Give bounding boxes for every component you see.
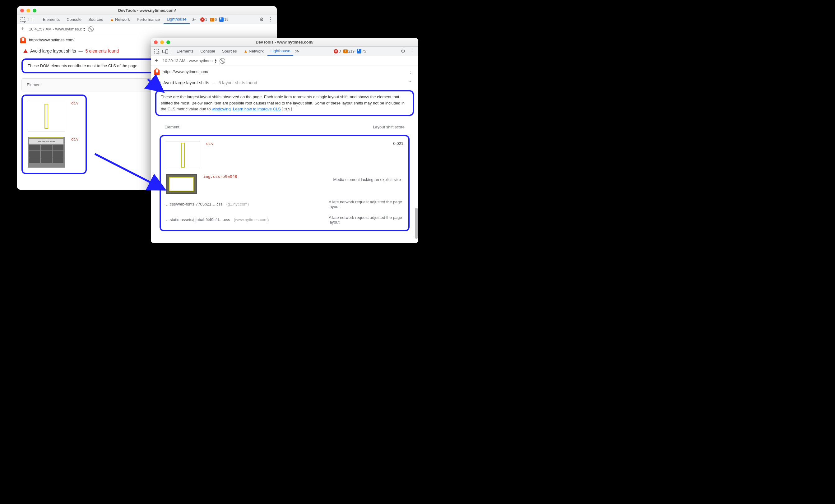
more-tabs-icon[interactable]: ≫ bbox=[190, 17, 197, 22]
col-element: Element bbox=[27, 82, 42, 87]
new-report-button[interactable]: + bbox=[20, 26, 26, 32]
tab-sources[interactable]: Sources bbox=[219, 47, 240, 56]
minimize-icon[interactable] bbox=[26, 9, 30, 13]
close-icon[interactable] bbox=[154, 40, 158, 44]
report-menu-icon[interactable] bbox=[406, 69, 415, 75]
issues-count[interactable]: ▘75 bbox=[357, 49, 366, 54]
tab-network[interactable]: ▲ Network bbox=[241, 47, 267, 56]
tab-network-label: Network bbox=[249, 49, 264, 54]
dropdown-icon: ▴▾ bbox=[83, 27, 85, 32]
warnings-count[interactable]: 219 bbox=[343, 49, 354, 54]
issues-count[interactable]: ▘19 bbox=[219, 17, 228, 22]
audit-count: 6 layout shifts found bbox=[219, 80, 258, 85]
devtools-toolbar: Elements Console Sources ▲ Network Light… bbox=[151, 47, 418, 56]
shift-reason: Media element lacking an explicit size bbox=[331, 174, 404, 185]
url-bar: https://www.nytimes.com/ bbox=[151, 66, 418, 77]
audited-url: https://www.nytimes.com/ bbox=[29, 38, 75, 42]
status-group[interactable]: ✕1 6 ▘19 bbox=[200, 17, 229, 22]
tab-network[interactable]: ▲ Network bbox=[107, 15, 133, 24]
tab-console[interactable]: Console bbox=[63, 15, 85, 24]
windowing-link[interactable]: windowing bbox=[212, 107, 231, 111]
titlebar: DevTools - www.nytimes.com/ bbox=[151, 38, 418, 47]
source-host: (www.nytimes.com) bbox=[234, 217, 269, 222]
lighthouse-subbar: + 10:41:57 AM - www.nytimes.c ▴▾ bbox=[17, 24, 277, 34]
tab-sources[interactable]: Sources bbox=[85, 15, 106, 24]
clear-icon[interactable] bbox=[88, 26, 94, 32]
tab-performance[interactable]: Performance bbox=[134, 15, 163, 24]
dash: — bbox=[79, 48, 83, 54]
close-icon[interactable] bbox=[20, 9, 24, 13]
devtools-toolbar: Elements Console Sources ▲ Network Perfo… bbox=[17, 15, 277, 24]
report-selector[interactable]: 10:39:13 AM - www.nytimes. ▴▾ bbox=[163, 59, 217, 63]
audit-title: Avoid large layout shifts bbox=[163, 80, 209, 85]
tab-lighthouse[interactable]: Lighthouse bbox=[164, 15, 190, 24]
source-file: …css/web-fonts.7705b21….css bbox=[166, 202, 223, 207]
audit-count: 5 elements found bbox=[85, 48, 119, 54]
device-toggle-icon[interactable] bbox=[161, 47, 168, 55]
element-thumbnail bbox=[166, 174, 197, 194]
shift-reason: A late network request adjusted the page… bbox=[329, 215, 403, 225]
minimize-icon[interactable] bbox=[160, 40, 164, 44]
errors-count[interactable]: ✕1 bbox=[200, 17, 207, 22]
desc-mid: . bbox=[231, 107, 233, 111]
lighthouse-subbar: + 10:39:13 AM - www.nytimes. ▴▾ bbox=[151, 56, 418, 66]
desc-text: These DOM elements contribute most to th… bbox=[28, 63, 138, 68]
traffic-lights bbox=[154, 40, 170, 44]
tab-lighthouse[interactable]: Lighthouse bbox=[267, 47, 293, 56]
element-tag: div bbox=[71, 137, 78, 142]
warnings-num: 6 bbox=[215, 17, 217, 22]
elements-table: Element Layout shift score bbox=[160, 121, 410, 133]
errors-num: 1 bbox=[205, 17, 207, 22]
settings-icon[interactable] bbox=[399, 48, 407, 54]
clear-icon[interactable] bbox=[220, 58, 225, 64]
table-header: Element Layout shift score bbox=[160, 121, 410, 133]
shift-row-3[interactable]: …css/web-fonts.7705b21….css (g1.nyt.com)… bbox=[163, 196, 406, 212]
more-menu-icon[interactable] bbox=[266, 17, 275, 22]
errors-count[interactable]: ✕3 bbox=[334, 49, 341, 54]
warning-icon: ▲ bbox=[110, 17, 114, 22]
shift-score: 0.021 bbox=[393, 141, 403, 146]
traffic-lights bbox=[20, 9, 36, 13]
zoom-icon[interactable] bbox=[33, 9, 36, 13]
issues-num: 19 bbox=[224, 17, 228, 22]
devtools-window-right: DevTools - www.nytimes.com/ Elements Con… bbox=[151, 38, 418, 243]
tab-elements[interactable]: Elements bbox=[174, 47, 197, 56]
source-file: …static-assets/global-f449cfd….css bbox=[166, 217, 230, 222]
device-toggle-icon[interactable] bbox=[27, 16, 35, 23]
lighthouse-icon bbox=[154, 68, 160, 75]
separator bbox=[37, 17, 37, 22]
element-row-1[interactable]: div bbox=[25, 98, 83, 134]
collapse-icon[interactable]: ⌃ bbox=[408, 80, 412, 85]
zoom-icon[interactable] bbox=[166, 40, 170, 44]
inspect-icon[interactable] bbox=[153, 47, 160, 55]
element-thumbnail bbox=[28, 101, 65, 132]
separator bbox=[171, 48, 171, 54]
audit-header[interactable]: Avoid large layout shifts — 6 layout shi… bbox=[151, 77, 418, 88]
lighthouse-icon bbox=[20, 36, 26, 43]
col-element: Element bbox=[164, 125, 180, 129]
new-report-button[interactable]: + bbox=[153, 58, 160, 64]
dash: — bbox=[212, 80, 216, 85]
shift-reason: A late network request adjusted the page… bbox=[329, 200, 403, 209]
titlebar: DevTools - www.nytimes.com/ bbox=[17, 6, 277, 15]
element-row-2[interactable]: The New York Times div bbox=[25, 134, 83, 170]
inspect-icon[interactable] bbox=[19, 16, 26, 23]
warnings-count[interactable]: 6 bbox=[210, 17, 217, 22]
window-title: DevTools - www.nytimes.com/ bbox=[17, 8, 277, 13]
tab-elements[interactable]: Elements bbox=[40, 15, 63, 24]
element-tag: div bbox=[71, 101, 78, 105]
fail-icon bbox=[23, 49, 28, 53]
settings-icon[interactable] bbox=[258, 17, 266, 22]
tab-console[interactable]: Console bbox=[197, 47, 218, 56]
issues-num: 75 bbox=[362, 49, 366, 54]
more-tabs-icon[interactable]: ≫ bbox=[294, 49, 301, 54]
element-thumbnail bbox=[166, 141, 200, 169]
scrollbar[interactable] bbox=[415, 208, 418, 239]
shift-row-4[interactable]: …static-assets/global-f449cfd….css (www.… bbox=[163, 212, 406, 228]
status-group[interactable]: ✕3 219 ▘75 bbox=[334, 49, 366, 54]
shift-row-1[interactable]: div 0.021 bbox=[163, 139, 406, 172]
shift-row-2[interactable]: img.css-o9w048 Media element lacking an … bbox=[163, 172, 406, 196]
learn-cls-link[interactable]: Learn how to improve CLS bbox=[233, 107, 281, 111]
report-selector[interactable]: 10:41:57 AM - www.nytimes.c ▴▾ bbox=[29, 27, 85, 32]
more-menu-icon[interactable] bbox=[408, 48, 416, 54]
